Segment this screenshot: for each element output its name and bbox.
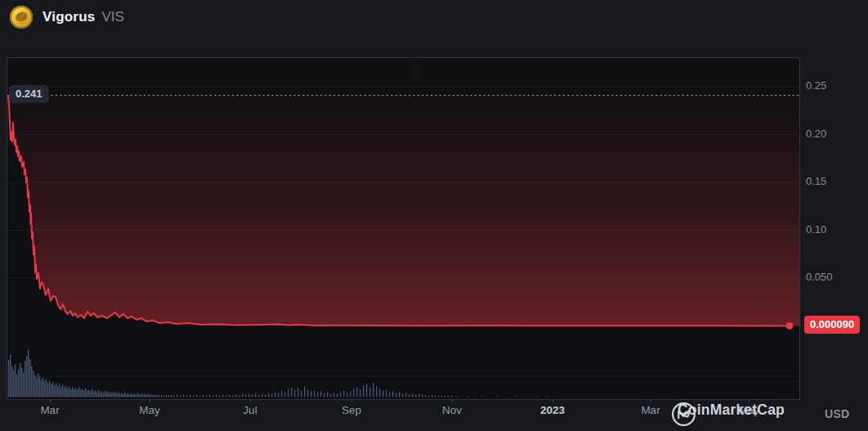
x-axis-tick-label: Nov [442, 404, 462, 416]
x-axis-tick-label: Sep [342, 404, 361, 416]
price-chart-area[interactable]: 0.241 CoinMarketCap [7, 57, 800, 400]
max-price-badge: 0.241 [9, 85, 49, 103]
coinmarketcap-watermark[interactable]: CoinMarketCap [671, 402, 785, 419]
x-axis-tick-label: Jul [243, 404, 257, 416]
coin-title: Vigorus [43, 9, 95, 25]
last-price-dot [786, 322, 794, 330]
x-axis-tick [553, 399, 553, 402]
x-axis-tick [651, 399, 651, 402]
y-axis-tick-label: 0.25 [806, 79, 863, 92]
currency-unit-label: USD [825, 407, 849, 420]
x-axis-tick [351, 399, 352, 402]
x-axis-tick-label: May [139, 404, 160, 416]
vigorus-coin-icon [10, 6, 33, 29]
y-axis-tick-label: 0.20 [806, 128, 863, 140]
x-axis-tick [50, 399, 51, 402]
widget-header: Vigorus VIS [0, 0, 868, 34]
area-fill [8, 58, 799, 325]
y-axis-tick-label: 0.050 [806, 271, 863, 283]
y-axis-tick-label: 0.15 [806, 175, 863, 187]
x-axis-tick [452, 399, 453, 402]
price-chart-svg[interactable] [7, 58, 799, 399]
x-axis-tick-label: 2023 [540, 404, 565, 416]
coinmarketcap-logo-icon [671, 402, 696, 427]
y-axis-tick-label: 0.10 [806, 223, 863, 236]
x-axis-tick-label: Mar [40, 404, 59, 416]
coin-symbol: VIS [101, 9, 123, 25]
volume-bars [8, 350, 555, 397]
x-axis-tick [150, 399, 150, 402]
x-axis-tick [250, 399, 251, 402]
current-price-badge: 0.000090 [804, 316, 860, 334]
x-axis-tick-label: Mar [641, 404, 660, 416]
cmc-price-widget: Vigorus VIS 0.241 CoinM [0, 0, 868, 431]
